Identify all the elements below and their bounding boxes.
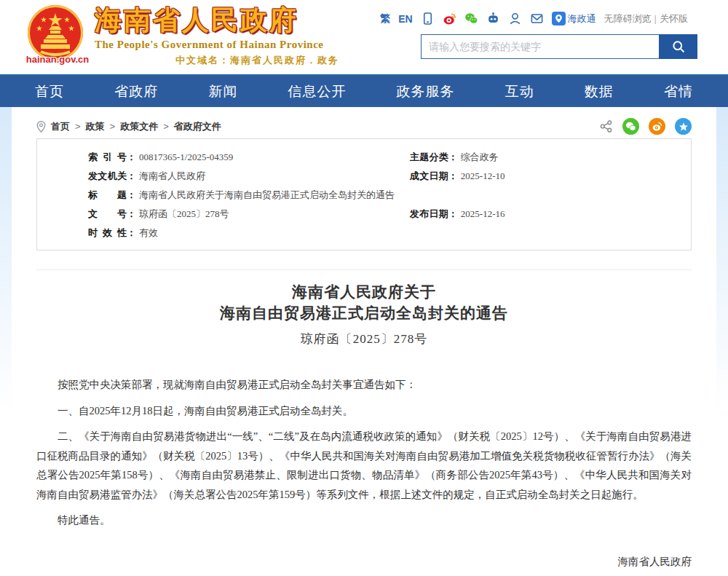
meta-value-doc-number: 琼府函〔2025〕278号 <box>139 208 229 219</box>
meta-value-validity: 有效 <box>139 227 158 238</box>
haizhengtong-app-link[interactable]: 海政通 <box>552 12 596 25</box>
document-title-line1: 海南省人民政府关于 <box>0 282 728 303</box>
site-brand: 海南省人民政府 The People's Government of Haina… <box>95 4 339 67</box>
logo-domain-text: hainan.gov.cn <box>24 54 91 65</box>
nav-item-interaction[interactable]: 互动 <box>505 82 534 101</box>
meta-value-issuing-agency: 海南省人民政府 <box>139 170 205 181</box>
meta-value-written-date: 2025-12-10 <box>461 170 505 181</box>
care-version-link[interactable]: 关怀版 <box>660 13 688 24</box>
wechat-icon[interactable] <box>464 12 478 25</box>
meta-label-publish-date: 发布日期 <box>410 205 448 224</box>
utility-bar: 繁 EN 海政通 <box>380 12 688 25</box>
lang-english-link[interactable]: EN <box>398 13 412 25</box>
page: hainan.gov.cn 海南省人民政府 The People's Gover… <box>0 0 728 576</box>
site-header: hainan.gov.cn 海南省人民政府 The People's Gover… <box>0 0 728 74</box>
breadcrumb: 首页 > 政策 > 政策文件 > 省政府文件 <box>36 120 221 133</box>
nav-item-provincial-government[interactable]: 省政府 <box>114 82 158 101</box>
meta-row: 索引号：00817365-1/2025-04359 主题分类：综合政务 <box>37 148 691 167</box>
lang-traditional-link[interactable]: 繁 <box>380 12 390 25</box>
site-domain-line: 中文域名：海南省人民政府．政务 <box>95 54 339 67</box>
meta-label-title: 标题 <box>88 186 127 205</box>
document-header: 海南省人民政府关于 海南自由贸易港正式启动全岛封关的通告 琼府函〔2025〕27… <box>0 282 728 347</box>
weibo-icon[interactable] <box>443 12 456 25</box>
meta-label-validity: 时效性 <box>88 224 127 242</box>
share-icon[interactable] <box>599 119 613 133</box>
section-divider <box>36 269 692 270</box>
signature-date: 2025年12月10日 <box>36 572 692 576</box>
breadcrumb-provincial-documents[interactable]: 省政府文件 <box>174 120 221 133</box>
haizhengtong-icon <box>552 12 566 25</box>
meta-label-index-number: 索引号 <box>88 148 127 167</box>
robot-icon[interactable] <box>486 12 500 25</box>
document-signature: 海南省人民政府 2025年12月10日 <box>36 552 692 576</box>
breadcrumb-row: 首页 > 政策 > 政策文件 > 省政府文件 <box>36 107 692 135</box>
document-title-line2: 海南自由贸易港正式启动全岛封关的通告 <box>0 303 728 324</box>
meta-row: 文号：琼府函〔2025〕278号 发布日期：2025-12-16 <box>37 205 691 224</box>
nav-item-home[interactable]: 首页 <box>35 82 64 101</box>
signature-organization: 海南省人民政府 <box>36 552 692 572</box>
breadcrumb-separator: > <box>163 121 169 132</box>
breadcrumb-policy[interactable]: 政策 <box>86 120 105 133</box>
meta-row: 时效性：有效 <box>37 224 691 242</box>
search-input[interactable] <box>421 34 659 59</box>
haizhengtong-label: 海政通 <box>568 12 596 25</box>
meta-value-publish-date: 2025-12-16 <box>461 208 505 219</box>
main-nav: 首页 省政府 新闻 信息公开 政务服务 互动 数据 省情 <box>0 74 728 107</box>
breadcrumb-policy-documents[interactable]: 政策文件 <box>120 120 158 133</box>
meta-label-topic-category: 主题分类 <box>410 148 448 167</box>
share-qzone-icon[interactable] <box>675 118 692 135</box>
meta-value-title: 海南省人民政府关于海南自由贸易港正式启动全岛封关的通告 <box>139 189 395 200</box>
document-number: 琼府函〔2025〕278号 <box>0 331 728 347</box>
paragraph-item-2: 二、《关于海南自由贸易港货物进出“一线”、“二线”及在岛内流通税收政策的通知》（… <box>36 427 692 504</box>
meta-row: 发文机关：海南省人民政府 成文日期：2025-12-10 <box>37 167 691 186</box>
nav-item-province-profile[interactable]: 省情 <box>664 82 693 101</box>
left-edge-gradient <box>0 107 12 413</box>
accessibility-link[interactable]: 无障碍浏览 <box>604 13 652 24</box>
nav-item-gov-services[interactable]: 政务服务 <box>397 82 455 101</box>
breadcrumb-home[interactable]: 首页 <box>51 120 70 133</box>
right-edge-gradient <box>716 107 728 413</box>
breadcrumb-separator: > <box>110 121 116 132</box>
nav-item-info-disclosure[interactable]: 信息公开 <box>288 82 346 101</box>
national-emblem-icon <box>26 4 84 62</box>
mobile-icon[interactable] <box>421 12 435 25</box>
share-weibo-icon[interactable] <box>649 118 665 135</box>
site-subtitle-en: The People's Government of Hainan Provin… <box>95 39 339 51</box>
paragraph-item-1: 一、自2025年12月18日起，海南自由贸易港正式启动全岛封关。 <box>36 401 692 421</box>
document-body: 按照党中央决策部署，现就海南自由贸易港正式启动全岛封关事宜通告如下： 一、自20… <box>36 375 692 530</box>
paragraph-closing: 特此通告。 <box>36 510 692 530</box>
site-title: 海南省人民政府 <box>95 4 339 36</box>
share-bar <box>599 118 692 135</box>
meta-label-doc-number: 文号 <box>88 205 127 224</box>
meta-value-index-number: 00817365-1/2025-04359 <box>139 151 233 162</box>
search-button[interactable] <box>659 34 697 59</box>
utility-divider: | <box>654 13 657 24</box>
search-bar <box>421 34 697 59</box>
document-meta-box: 索引号：00817365-1/2025-04359 主题分类：综合政务 发文机关… <box>36 138 692 250</box>
search-icon <box>671 39 686 54</box>
meta-value-topic-category: 综合政务 <box>461 151 499 162</box>
user-icon[interactable] <box>508 12 522 25</box>
meta-row: 标题：海南省人民政府关于海南自由贸易港正式启动全岛封关的通告 <box>37 186 691 205</box>
accessibility-links: 无障碍浏览|关怀版 <box>604 12 688 25</box>
share-wechat-icon[interactable] <box>622 118 639 135</box>
paragraph-intro: 按照党中央决策部署，现就海南自由贸易港正式启动全岛封关事宜通告如下： <box>36 375 692 395</box>
location-pin-icon <box>36 121 46 133</box>
breadcrumb-separator: > <box>75 121 81 132</box>
meta-label-written-date: 成文日期 <box>410 167 448 186</box>
nav-item-data[interactable]: 数据 <box>585 82 614 101</box>
mail-icon[interactable] <box>530 12 544 25</box>
meta-label-issuing-agency: 发文机关 <box>88 167 127 186</box>
nav-item-news[interactable]: 新闻 <box>208 82 237 101</box>
